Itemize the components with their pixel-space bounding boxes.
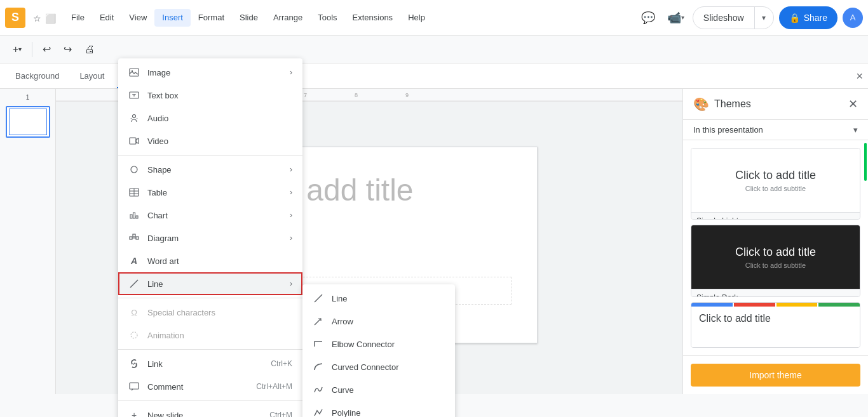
menu-entry-table[interactable]: Table › xyxy=(118,181,302,204)
menu-entry-special-label: Special characters xyxy=(147,308,292,317)
submenu-curved-connector[interactable]: Curved Connector xyxy=(302,355,455,378)
special-chars-icon: Ω xyxy=(128,307,140,318)
svg-line-17 xyxy=(130,280,138,288)
print-button[interactable]: 🖨 xyxy=(79,39,100,60)
chart-icon xyxy=(128,209,140,221)
menubar: File Edit View Insert Format Slide Arran… xyxy=(64,9,433,27)
animation-icon xyxy=(128,329,140,341)
menu-entry-line-arrow: › xyxy=(290,279,292,288)
svg-rect-14 xyxy=(130,237,132,239)
menu-entry-textbox[interactable]: Text box xyxy=(118,84,302,107)
submenu-arrow-label: Arrow xyxy=(332,317,353,326)
submenu-elbow-icon xyxy=(313,338,324,350)
menu-entry-shape[interactable]: Shape › xyxy=(118,158,302,181)
themes-scroll-indicator xyxy=(864,143,867,181)
themes-filter[interactable]: In this presentation ▾ xyxy=(683,120,868,140)
svg-text:8: 8 xyxy=(355,92,358,98)
menu-entry-comment[interactable]: Comment Ctrl+Alt+M xyxy=(118,375,302,398)
menu-tools[interactable]: Tools xyxy=(310,9,344,27)
submenu-polyline-label: Polyline xyxy=(332,408,361,418)
menu-view[interactable]: View xyxy=(121,9,154,27)
insert-dropdown-menu: Image › Text box Audio Video Shape › Ta xyxy=(118,58,302,417)
svg-rect-19 xyxy=(130,383,139,389)
submenu-line-icon xyxy=(313,293,324,304)
menu-help[interactable]: Help xyxy=(400,9,433,27)
themes-palette-icon: 🎨 xyxy=(693,96,709,112)
share-button[interactable]: 🔒 Share xyxy=(779,6,837,29)
video-menu-icon xyxy=(128,135,140,147)
zoom-button[interactable]: + ▾ xyxy=(8,39,27,60)
submenu-line[interactable]: Line xyxy=(302,287,455,310)
menu-arrange[interactable]: Arrange xyxy=(266,9,310,27)
top-right: 💬 📹 ▾ Slideshow ▾ 🔒 Share A xyxy=(637,6,863,29)
table-icon xyxy=(128,187,140,198)
theme-card-colorful[interactable]: Click to add title xyxy=(691,302,860,348)
submenu-arrow-icon xyxy=(313,315,324,327)
menu-extensions[interactable]: Extensions xyxy=(345,9,401,27)
theme-preview-dark-title: Click to add title xyxy=(735,246,816,259)
submenu-elbow[interactable]: Elbow Connector xyxy=(302,333,455,355)
menu-entry-new-slide[interactable]: + New slide Ctrl+M xyxy=(118,404,302,417)
menu-entry-image[interactable]: Image › xyxy=(118,61,302,84)
doc-title-area: ☆ ⬜ xyxy=(33,12,56,23)
menu-entry-shape-arrow: › xyxy=(290,165,292,174)
theme-name-simple-light: Simple Light xyxy=(691,212,860,220)
menu-insert[interactable]: Insert xyxy=(154,9,191,27)
slideshow-dropdown-button[interactable]: ▾ xyxy=(754,7,773,29)
share-label: Share xyxy=(804,13,827,23)
themes-title: Themes xyxy=(714,98,848,110)
share-lock-icon: 🔒 xyxy=(789,13,800,23)
svg-line-20 xyxy=(315,295,322,302)
menu-format[interactable]: Format xyxy=(191,9,232,27)
theme-card-simple-light[interactable]: Click to add title Click to add subtitle… xyxy=(691,148,860,220)
menu-slide[interactable]: Slide xyxy=(232,9,266,27)
folder-icon[interactable]: ⬜ xyxy=(45,13,56,23)
theme-colorful-title: Click to add title xyxy=(691,303,860,329)
menu-entry-wordart[interactable]: A Word art xyxy=(118,249,302,272)
themes-filter-chevron: ▾ xyxy=(853,125,858,135)
slideshow-main-button[interactable]: Slideshow xyxy=(693,7,754,29)
submenu-curve-icon xyxy=(313,384,324,395)
menu-edit[interactable]: Edit xyxy=(92,9,121,27)
menu-entry-link-shortcut: Ctrl+K xyxy=(271,359,292,368)
themes-footer: Import theme xyxy=(683,355,868,394)
menu-entry-diagram[interactable]: Diagram › xyxy=(118,227,302,249)
undo-button[interactable]: ↩ xyxy=(37,39,56,60)
video-button[interactable]: 📹 ▾ xyxy=(665,6,688,29)
menu-entry-link[interactable]: Link Ctrl+K xyxy=(118,352,302,375)
menu-entry-video[interactable]: Video xyxy=(118,129,302,152)
submenu-elbow-label: Elbow Connector xyxy=(332,340,395,349)
diagram-icon xyxy=(128,232,140,244)
svg-rect-15 xyxy=(136,237,139,239)
slideshow-button: Slideshow ▾ xyxy=(693,6,774,29)
themes-close-button[interactable]: ✕ xyxy=(848,97,858,111)
menu-file[interactable]: File xyxy=(64,9,92,27)
top-bar: S ☆ ⬜ File Edit View Insert Format Slide… xyxy=(0,0,868,36)
menu-entry-line[interactable]: Line › xyxy=(118,272,302,295)
divider-4 xyxy=(118,400,302,401)
new-slide-icon: + xyxy=(128,409,140,417)
menu-entry-table-label: Table xyxy=(147,188,282,197)
redo-button[interactable]: ↪ xyxy=(58,39,77,60)
menu-entry-chart[interactable]: Chart › xyxy=(118,204,302,227)
import-theme-button[interactable]: Import theme xyxy=(691,364,860,387)
tab-background[interactable]: Background xyxy=(8,63,67,88)
menu-entry-animation-label: Animation xyxy=(147,331,292,340)
themes-list: Click to add title Click to add subtitle… xyxy=(683,140,868,355)
theme-card-simple-dark[interactable]: Click to add title Click to add subtitle… xyxy=(691,225,860,296)
svg-point-10 xyxy=(133,115,136,118)
submenu-curve[interactable]: Curve xyxy=(302,378,455,401)
menu-entry-audio[interactable]: Audio xyxy=(118,107,302,129)
slide-toolbar-close[interactable]: × xyxy=(856,69,863,83)
comment-button[interactable]: 💬 xyxy=(637,6,660,29)
theme-name-simple-dark: Simple Dark xyxy=(691,289,860,296)
theme-preview-dark-subtitle: Click to add subtitle xyxy=(745,261,806,269)
star-icon[interactable]: ☆ xyxy=(33,13,41,23)
wordart-icon: A xyxy=(128,255,140,267)
submenu-polyline[interactable]: Polyline xyxy=(302,401,455,417)
submenu-arrow[interactable]: Arrow xyxy=(302,310,455,333)
theme-preview-light: Click to add title Click to add subtitle xyxy=(691,149,860,212)
tab-layout[interactable]: Layout xyxy=(72,63,112,88)
avatar: A xyxy=(843,8,863,28)
slide-thumbnail[interactable] xyxy=(6,106,50,138)
